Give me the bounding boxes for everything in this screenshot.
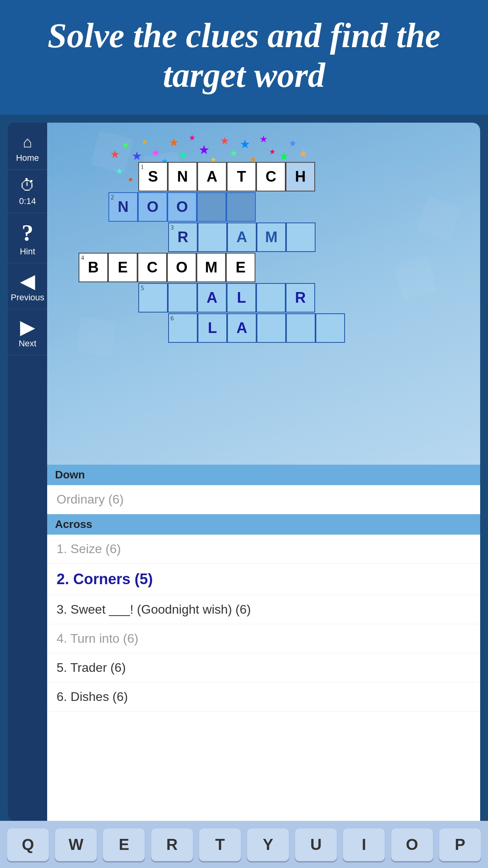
clue-across-4[interactable]: 4. Turn into (6) <box>47 624 480 653</box>
clue-across-3[interactable]: 3. Sweet ___! (Goodnight wish) (6) <box>47 595 480 624</box>
clue-across-5-text: 5. Trader (6) <box>57 660 126 675</box>
grid-row-5: 5 A L R <box>138 283 315 313</box>
cell-1-c[interactable]: C <box>256 162 286 191</box>
cell-6-blank2[interactable] <box>257 313 286 343</box>
next-button[interactable]: ▶ Next <box>8 309 47 355</box>
left-arrow-icon: ◀ <box>20 270 35 292</box>
question-icon: ? <box>22 219 33 246</box>
svg-text:★: ★ <box>179 150 187 160</box>
cell-2-n[interactable]: 2N <box>108 192 138 222</box>
cell-4-c[interactable]: C <box>138 253 167 282</box>
svg-text:★: ★ <box>122 140 130 150</box>
cell-3-r[interactable]: 3R <box>168 223 198 252</box>
clue-across-2-text: 2. Corners (5) <box>57 571 153 587</box>
cell-1-s[interactable]: 1S <box>138 162 168 191</box>
cell-6-blank3[interactable] <box>286 313 316 343</box>
down-header: Down <box>47 465 480 485</box>
header-title: Solve the clues and find the target word <box>24 16 464 95</box>
timer-display: ⏱ 0:14 <box>8 170 47 213</box>
cell-1-t[interactable]: T <box>227 162 256 191</box>
key-q[interactable]: Q <box>7 828 49 861</box>
right-section: ★ ★ ★ ★ ★ ★ ★ ★ ★ ★ ★ ★ ★ ★ ★ <box>47 123 480 821</box>
cell-3-blank2[interactable] <box>286 223 316 252</box>
svg-text:★: ★ <box>132 149 142 162</box>
cell-6-l[interactable]: L <box>198 313 227 343</box>
cell-1-a[interactable]: A <box>197 162 227 191</box>
home-icon: ⌂ <box>23 133 32 151</box>
cell-2-o2[interactable]: O <box>167 192 197 222</box>
key-y[interactable]: Y <box>247 828 289 861</box>
clue-across-6[interactable]: 6. Dishes (6) <box>47 682 480 712</box>
svg-text:★: ★ <box>299 148 308 160</box>
cell-4-b[interactable]: 4B <box>79 253 108 282</box>
svg-text:★: ★ <box>259 134 268 144</box>
page-layout: Solve the clues and find the target word… <box>0 0 488 868</box>
cell-6-a[interactable]: A <box>227 313 257 343</box>
sidebar: ⌂ Home ⏱ 0:14 ? Hint ◀ Previous ▶ Next <box>8 123 47 821</box>
clue-across-1[interactable]: 1. Seize (6) <box>47 535 480 564</box>
key-o[interactable]: O <box>391 828 433 861</box>
next-label: Next <box>18 338 36 349</box>
key-e[interactable]: E <box>103 828 145 861</box>
key-w[interactable]: W <box>55 828 97 861</box>
clue-down-1-text: Ordinary (6) <box>57 492 124 506</box>
cell-5-l[interactable]: L <box>227 283 256 313</box>
svg-text:★: ★ <box>189 133 196 142</box>
cell-4-m[interactable]: M <box>196 253 226 282</box>
previous-label: Previous <box>11 292 44 303</box>
crossword-panel: ★ ★ ★ ★ ★ ★ ★ ★ ★ ★ ★ ★ ★ ★ ★ <box>47 123 480 465</box>
header: Solve the clues and find the target word <box>0 0 488 115</box>
cell-2-o1[interactable]: O <box>138 192 167 222</box>
cell-6-blank1[interactable]: 6 <box>168 313 198 343</box>
cell-4-e2[interactable]: E <box>226 253 255 282</box>
key-t[interactable]: T <box>199 828 241 861</box>
key-i[interactable]: I <box>343 828 385 861</box>
clue-down-1[interactable]: Ordinary (6) <box>47 485 480 514</box>
cell-3-a[interactable]: A <box>227 223 257 252</box>
grid-row-1: 1S N A T C H <box>138 162 315 191</box>
cell-4-e1[interactable]: E <box>108 253 138 282</box>
cell-5-a[interactable]: A <box>197 283 227 313</box>
right-arrow-icon: ▶ <box>20 316 35 338</box>
svg-text:★: ★ <box>169 136 179 149</box>
cell-5-r[interactable]: R <box>286 283 315 313</box>
cell-2-blank2[interactable] <box>226 192 256 222</box>
hint-label: Hint <box>20 246 35 257</box>
grid-row-2: 2N O O <box>108 192 256 222</box>
clue-across-6-text: 6. Dishes (6) <box>57 690 128 704</box>
clue-across-3-text: 3. Sweet ___! (Goodnight wish) (6) <box>57 602 251 616</box>
svg-text:★: ★ <box>110 148 120 160</box>
cell-3-blank[interactable] <box>198 223 227 252</box>
cell-3-m[interactable]: M <box>257 223 286 252</box>
cell-5-blank2[interactable] <box>168 283 197 313</box>
svg-text:★: ★ <box>198 143 210 157</box>
cell-6-blank4[interactable] <box>316 313 345 343</box>
cell-1-h[interactable]: H <box>286 162 315 191</box>
svg-text:★: ★ <box>220 135 229 147</box>
key-p[interactable]: P <box>439 828 481 861</box>
hint-button[interactable]: ? Hint <box>8 213 47 263</box>
grid-row-4: 4B E C O M E <box>79 253 255 282</box>
cell-2-blank1[interactable] <box>197 192 226 222</box>
clues-panel: Down Ordinary (6) Across 1. Seize (6) 2.… <box>47 465 480 821</box>
cell-1-n[interactable]: N <box>168 162 197 191</box>
cell-5-blank1[interactable]: 5 <box>138 283 168 313</box>
key-r[interactable]: R <box>151 828 193 861</box>
clue-across-2[interactable]: 2. Corners (5) <box>47 564 480 595</box>
timer-value: 0:14 <box>19 196 36 206</box>
grid-row-3: 3R A M <box>168 223 316 252</box>
previous-button[interactable]: ◀ Previous <box>8 263 47 309</box>
clue-across-5[interactable]: 5. Trader (6) <box>47 653 480 682</box>
cell-5-blank3[interactable] <box>256 283 286 313</box>
across-header: Across <box>47 514 480 535</box>
key-u[interactable]: U <box>295 828 337 861</box>
clock-icon: ⏱ <box>20 176 35 195</box>
clue-across-1-text: 1. Seize (6) <box>57 542 121 556</box>
svg-text:★: ★ <box>116 167 123 175</box>
keyboard-area: Q W E R T Y U I O P <box>0 821 488 868</box>
svg-text:★: ★ <box>279 150 289 162</box>
home-button[interactable]: ⌂ Home <box>8 127 47 170</box>
svg-text:★: ★ <box>269 148 275 156</box>
cell-4-o[interactable]: O <box>167 253 196 282</box>
clue-across-4-text: 4. Turn into (6) <box>57 631 138 645</box>
